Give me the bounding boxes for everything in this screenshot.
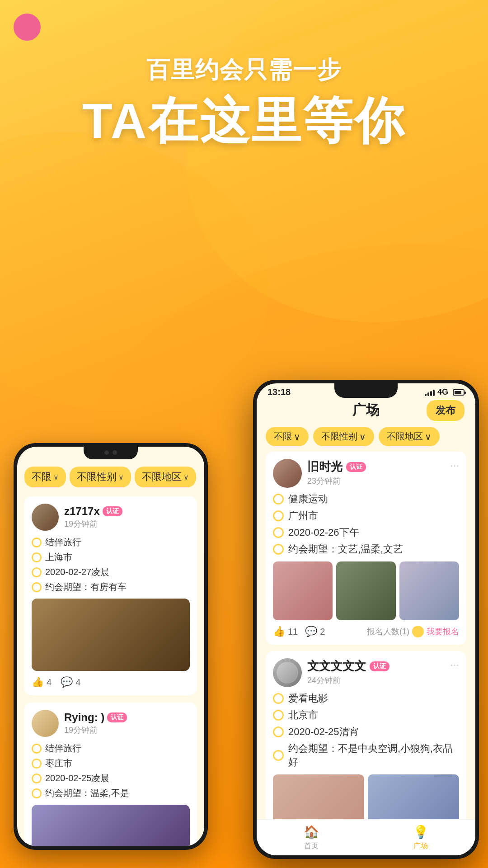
hero-title: TA在这里等你 [0, 93, 488, 148]
app-header: 广场 发布 [257, 399, 475, 423]
username-2: Rying: ) 认证 [64, 711, 190, 724]
front-verified-2: 认证 [370, 661, 389, 671]
bottom-nav: 🏠 首页 💡 广场 [257, 819, 475, 855]
signal-bars [425, 389, 435, 396]
front-post-card-1: 旧时光 认证 23分钟前 ··· 健康运动 广州市 2020-02-26下午 约… [266, 452, 466, 645]
photo-2 [336, 561, 396, 620]
phone-back: 不限 ∨ 不限性别 ∨ 不限地区 ∨ [14, 443, 208, 850]
home-icon: 🏠 [304, 825, 319, 840]
post-footer-1: 👍 4 💬 4 [32, 676, 190, 688]
photo-grid-1 [273, 561, 459, 620]
nav-item-home[interactable]: 🏠 首页 [304, 825, 319, 851]
front-post-footer-1: 👍 11 💬 2 报名人数(1) 我要报名 [273, 626, 459, 637]
front-filter-row: 不限 ∨ 不限性别 ∨ 不限地区 ∨ [257, 423, 475, 452]
front-verified-1: 认证 [346, 462, 366, 472]
post-time-2: 19分钟前 [64, 725, 190, 736]
phone-front: 13:18 4G 广场 发布 [253, 380, 479, 859]
nav-item-square[interactable]: 💡 广场 [413, 825, 429, 851]
arrow-icon-f1: ∨ [294, 431, 300, 442]
front-content: 旧时光 认证 23分钟前 ··· 健康运动 广州市 2020-02-26下午 约… [257, 452, 475, 852]
sensor-dot [113, 450, 117, 455]
phones-container: 不限 ∨ 不限性别 ∨ 不限地区 ∨ [0, 280, 488, 868]
like-stat-1: 👍 11 [273, 626, 298, 637]
post-tags-2: 结伴旅行 枣庄市 2020-02-25凌晨 约会期望：温柔,不是 [32, 742, 190, 799]
verified-badge-1: 认证 [103, 506, 122, 516]
front-filter-3[interactable]: 不限地区 ∨ [379, 427, 440, 446]
back-filter-row: 不限 ∨ 不限性别 ∨ 不限地区 ∨ [24, 467, 197, 487]
front-avatar-2 [273, 658, 302, 687]
front-post-card-2: 文文文文文 认证 24分钟前 ··· 爱看电影 北京市 2020-02-25清宵… [266, 651, 466, 846]
avatar-1 [32, 504, 59, 531]
status-right: 4G [425, 387, 465, 397]
publish-button[interactable]: 发布 [427, 400, 465, 421]
arrow-icon-f3: ∨ [425, 431, 432, 442]
front-tags-1: 健康运动 广州市 2020-02-26下午 约会期望：文艺,温柔,文艺 [273, 492, 459, 556]
app-title: 广场 [352, 401, 380, 420]
back-phone-notch [84, 447, 138, 459]
more-dots-1[interactable]: ··· [450, 459, 459, 472]
more-dots-2[interactable]: ··· [450, 658, 459, 671]
phone-back-screen: 不限 ∨ 不限性别 ∨ 不限地区 ∨ [17, 447, 204, 846]
front-username-1: 旧时光 认证 [307, 459, 445, 475]
post-time-1: 19分钟前 [64, 519, 190, 529]
signup-count: 报名人数(1) 我要报名 [367, 626, 459, 637]
back-post-card-2: Rying: ) 认证 19分钟前 结伴旅行 枣庄市 2020-02-25凌晨 … [24, 703, 197, 846]
post-image-2 [32, 805, 190, 846]
arrow-icon: ∨ [53, 473, 59, 481]
front-filter-2[interactable]: 不限性别 ∨ [313, 427, 374, 446]
like-icon-f1: 👍 [273, 626, 285, 637]
avatar-2 [32, 710, 59, 737]
arrow-icon-2: ∨ [118, 473, 124, 481]
front-filter-1[interactable]: 不限 ∨ [266, 427, 309, 446]
square-icon: 💡 [413, 825, 429, 840]
front-time-1: 23分钟前 [307, 476, 445, 486]
front-time-2: 24分钟前 [307, 675, 445, 686]
comment-icon-f1: 💬 [305, 626, 317, 637]
battery-icon [453, 389, 465, 396]
network-label: 4G [437, 387, 448, 397]
signup-me[interactable]: 我要报名 [427, 626, 459, 637]
comment-icon: 💬 [61, 676, 73, 688]
back-post-card-1: z1717x 认证 19分钟前 结伴旅行 上海市 2020-02-27凌晨 约会… [24, 496, 197, 695]
signup-avatar [412, 626, 424, 637]
front-tags-2: 爱看电影 北京市 2020-02-25清宵 约会期望：不是中央空调,小狼狗,衣品… [273, 692, 459, 769]
username-1: z1717x 认证 [64, 505, 190, 518]
arrow-icon-f2: ∨ [359, 431, 366, 442]
camera-dot [104, 450, 109, 455]
phone-front-screen: 13:18 4G 广场 发布 [257, 383, 475, 855]
arrow-icon-3: ∨ [183, 473, 189, 481]
verified-badge-2: 认证 [107, 712, 127, 722]
pink-dot-decoration [14, 14, 41, 41]
front-avatar-1 [273, 459, 302, 488]
front-username-2: 文文文文文 认证 [307, 658, 445, 674]
status-time: 13:18 [267, 387, 291, 397]
hero-section: 百里约会只需一步 TA在这里等你 [0, 54, 488, 148]
filter-pill-2[interactable]: 不限性别 ∨ [70, 467, 131, 487]
post-tags-1: 结伴旅行 上海市 2020-02-27凌晨 约会期望：有房有车 [32, 536, 190, 593]
front-phone-notch [334, 383, 398, 398]
like-icon: 👍 [32, 676, 44, 688]
filter-pill-1[interactable]: 不限 ∨ [24, 467, 66, 487]
photo-1 [273, 561, 333, 620]
post-image-1 [32, 599, 190, 671]
photo-3 [399, 561, 459, 620]
filter-pill-3[interactable]: 不限地区 ∨ [135, 467, 196, 487]
hero-subtitle: 百里约会只需一步 [0, 54, 488, 86]
comment-stat-1: 💬 2 [305, 626, 325, 637]
